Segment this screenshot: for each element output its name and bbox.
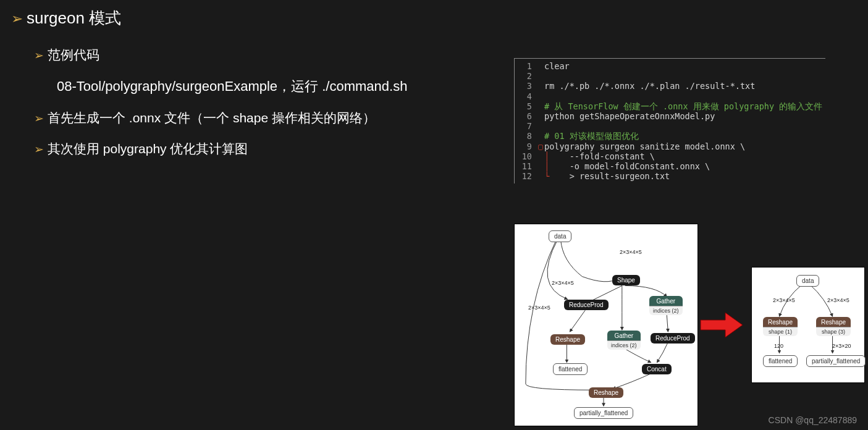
node-shape: Shape	[612, 275, 640, 285]
bullet-3-label: 其次使用 polygraphy 优化其计算图	[48, 140, 248, 158]
code-line: 7	[515, 121, 825, 131]
bullet-icon: ➢	[11, 10, 23, 27]
edge-label: 120	[774, 343, 783, 349]
node-flattened: flattened	[553, 363, 588, 375]
node-reduceprod: ReduceProd	[564, 300, 609, 310]
code-line: 2	[515, 71, 825, 81]
fold-icon: ▢	[538, 141, 544, 151]
edge-label: 2×3×4×5	[552, 280, 574, 286]
code-line: 3 rm ./*.pb ./*.onnx ./*.plan ./result-*…	[515, 81, 825, 91]
node-pflat: partially_flattened	[574, 407, 633, 419]
code-line: 11 │ -o model-foldConstant.onnx \	[515, 161, 825, 171]
watermark: CSDN @qq_22487889	[769, 415, 857, 425]
node-reshape: Reshape shape (1)	[763, 317, 798, 334]
bullet-1-label: 范例代码	[48, 46, 99, 64]
code-line: 6 python getShapeOperateOnnxModel.py	[515, 111, 825, 121]
node-flattened: flattened	[763, 355, 798, 367]
node-reduceprod: ReduceProd	[651, 333, 695, 344]
code-line: 1 clear	[515, 61, 825, 71]
title-text: surgeon 模式	[27, 7, 121, 29]
bullet-icon: ➢	[34, 48, 44, 62]
node-reshape: Reshape	[589, 387, 623, 398]
edge-label: 2×3×20	[832, 343, 851, 349]
edge-label: 2×3×4×5	[620, 249, 642, 255]
node-gather: Gather indices (2)	[649, 296, 683, 313]
node-pflat: partially_flattened	[806, 355, 866, 367]
code-line: 10 │ --fold-constant \	[515, 151, 825, 161]
node-data: data	[796, 275, 819, 287]
node-gather: Gather indices (2)	[607, 331, 641, 348]
code-line: 5 # 从 TensorFlow 创建一个 .onnx 用来做 polygrap…	[515, 101, 825, 111]
code-line: 12 └ > result-surgeon.txt	[515, 171, 825, 181]
edge-label: 2×3×4×5	[827, 297, 849, 303]
edge-label: 2×3×4×5	[528, 305, 550, 311]
node-concat: Concat	[642, 364, 672, 374]
edge-label: 2×3×4×5	[773, 297, 795, 303]
code-line: 8 # 01 对该模型做图优化	[515, 131, 825, 141]
diagram-area: data 2×3×4×5 2×3×4×5 2×3×4×5 Shape Reduc…	[514, 224, 865, 426]
graph-before: data 2×3×4×5 2×3×4×5 2×3×4×5 Shape Reduc…	[514, 224, 698, 426]
graph-after: data 2×3×4×5 2×3×4×5 Reshape shape (1) R…	[751, 267, 865, 383]
node-reshape: Reshape shape (3)	[816, 317, 851, 334]
bullet-icon: ➢	[34, 142, 44, 156]
arrow-icon	[699, 311, 744, 339]
code-line: 4	[515, 91, 825, 101]
code-line: 9▢polygraphy surgeon sanitize model.onnx…	[515, 141, 825, 151]
code-panel: 1 clear 2 3 rm ./*.pb ./*.onnx ./*.plan …	[514, 58, 825, 183]
node-data: data	[549, 230, 571, 242]
node-reshape: Reshape	[550, 334, 585, 345]
bullet-2-label: 首先生成一个 .onnx 文件（一个 shape 操作相关的网络）	[48, 109, 376, 127]
slide-title: ➢ surgeon 模式	[0, 0, 868, 29]
bullet-icon: ➢	[34, 111, 44, 125]
